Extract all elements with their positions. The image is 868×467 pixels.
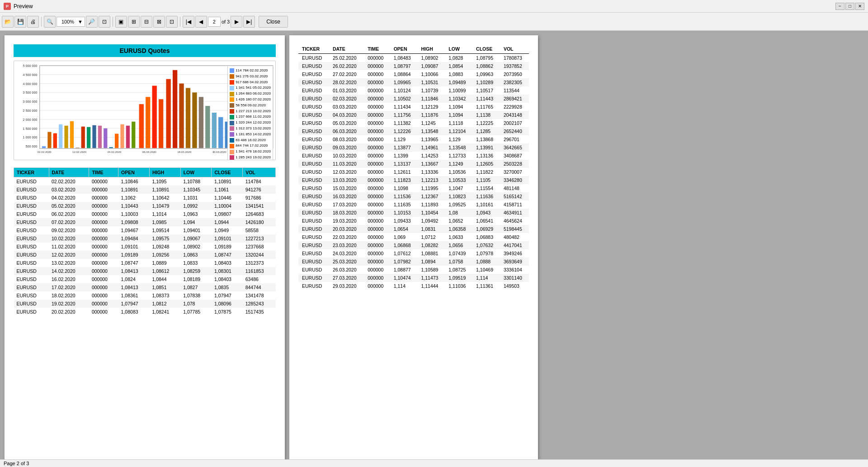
svg-text:5 000 000: 5 000 000 (23, 64, 37, 68)
first-page-button[interactable]: |◀ (183, 16, 194, 28)
svg-rect-37 (92, 125, 96, 148)
table-row: EURUSD05.02.20200000001,104431,104791,09… (14, 202, 276, 210)
legend-label-7: 58 558 09.02.2020 (236, 103, 266, 109)
svg-rect-49 (166, 79, 170, 148)
table-row: EURUSD13.03.20200000001,118231,122131,10… (298, 176, 529, 184)
table-row: EURUSD04.02.20200000001,10621,106421,103… (14, 194, 276, 202)
chart-legend: 114 784 02.02.2020 941 276 03.02.2020 91… (227, 66, 273, 160)
svg-text:30.03.2020: 30.03.2020 (212, 151, 227, 153)
zoom-box[interactable]: ▼ (57, 17, 85, 27)
svg-rect-51 (179, 84, 184, 148)
svg-rect-53 (192, 92, 197, 148)
page-input[interactable] (208, 17, 221, 27)
view-options-button[interactable]: ⊠ (153, 16, 165, 28)
table-row: EURUSD24.03.20200000001,076121,088811,07… (298, 249, 529, 257)
zoom-input[interactable] (59, 19, 77, 24)
left-th-time: TIME (89, 168, 118, 177)
chart-title: EURUSD Quotes (14, 44, 276, 57)
save-button[interactable]: 💾 (14, 16, 26, 28)
table-row: EURUSD28.02.20200000001,099651,105311,09… (298, 78, 529, 86)
table-row: EURUSD27.02.20200000001,088641,100661,08… (298, 70, 529, 78)
svg-text:1 500 000: 1 500 000 (23, 127, 37, 131)
table-row: EURUSD16.03.20200000001,115361,123671,10… (298, 192, 529, 200)
close-preview-button[interactable]: Close (259, 16, 288, 28)
table-row: EURUSD19.02.20200000001,079471,08121,078… (14, 300, 276, 308)
svg-text:24.02.2020: 24.02.2020 (107, 151, 122, 153)
svg-rect-54 (199, 97, 203, 148)
table-row: EURUSD11.03.20200000001,131371,136671,12… (298, 160, 529, 168)
svg-text:2 500 000: 2 500 000 (23, 109, 37, 113)
view-settings-button[interactable]: ⊡ (166, 16, 178, 28)
legend-item-15: 1 341 478 18.02.2020 (230, 149, 271, 155)
table-row: EURUSD20.03.20200000001,06541,08311,0635… (298, 225, 529, 233)
legend-color-5 (230, 92, 234, 96)
left-th-low: LOW (180, 168, 212, 177)
table-row: EURUSD10.02.20200000001,094841,095751,09… (14, 234, 276, 243)
right-th-open: OPEN (390, 44, 418, 54)
legend-color-13 (230, 138, 234, 143)
legend-item-7: 58 558 09.02.2020 (230, 103, 271, 109)
legend-item-16: 1 285 243 19.02.2020 (230, 155, 271, 160)
right-th-low: LOW (445, 44, 472, 54)
svg-rect-34 (75, 148, 79, 148)
legend-label-4: 1 341 541 05.02.2020 (236, 85, 271, 91)
right-th-close: CLOSE (472, 44, 500, 54)
close-window-button[interactable]: ✕ (855, 3, 864, 10)
table-row: EURUSD26.02.20200000001,087971,090871,08… (298, 62, 529, 70)
svg-rect-30 (53, 133, 57, 148)
svg-rect-55 (205, 106, 210, 148)
table-row: EURUSD27.03.20200000001,104741,114731,09… (298, 274, 529, 282)
svg-text:02.02.2020: 02.02.2020 (38, 151, 52, 153)
prev-page-button[interactable]: ◀ (195, 16, 207, 28)
legend-color-16 (230, 155, 234, 160)
zoom-out-button[interactable]: 🔎 (86, 16, 98, 28)
svg-rect-33 (70, 121, 74, 148)
last-page-button[interactable]: ▶| (243, 16, 255, 28)
table-row: EURUSD18.02.20200000001,083611,083731,07… (14, 291, 276, 300)
legend-color-1 (230, 68, 234, 73)
minimize-button[interactable]: − (835, 3, 844, 10)
legend-item-1: 114 784 02.02.2020 (230, 68, 271, 74)
legend-label-15: 1 341 478 18.02.2020 (236, 149, 271, 155)
svg-text:4 500 000: 4 500 000 (23, 73, 37, 77)
legend-color-6 (230, 97, 234, 102)
legend-item-13: 63 486 16.02.2020 (230, 138, 271, 143)
svg-text:12.02.2020: 12.02.2020 (72, 151, 87, 153)
svg-text:3 500 000: 3 500 000 (23, 91, 37, 95)
table-row: EURUSD22.03.20200000001,0691,07121,06331… (298, 233, 529, 241)
left-table-header-row: TICKER DATE TIME OPEN HIGH LOW CLOSE VOL (14, 168, 276, 177)
zoom-dropdown-icon[interactable]: ▼ (78, 19, 83, 24)
svg-text:18.03.2020: 18.03.2020 (177, 151, 192, 153)
legend-item-5: 1 264 683 06.02.2020 (230, 91, 271, 97)
fit-page-button[interactable]: ⊡ (99, 16, 110, 28)
separator-3 (180, 17, 180, 27)
maximize-button[interactable]: □ (845, 3, 854, 10)
page-container: EURUSD Quotes 5 000 00 (0, 31, 868, 467)
table-row: EURUSD09.03.20200000001,138771,149611,13… (298, 143, 529, 152)
legend-color-14 (230, 144, 234, 148)
page-total: of 3 (222, 19, 230, 24)
right-table-header-row: TICKER DATE TIME OPEN HIGH LOW CLOSE VOL (298, 44, 529, 54)
svg-rect-43 (126, 126, 130, 148)
next-page-button[interactable]: ▶ (231, 16, 242, 28)
view-facing-button[interactable]: ⊟ (141, 16, 152, 28)
legend-color-15 (230, 150, 234, 154)
table-row: EURUSD13.02.20200000001,087471,08891,083… (14, 259, 276, 267)
view-continuous-button[interactable]: ⊞ (128, 16, 140, 28)
svg-rect-42 (120, 124, 124, 148)
app-icon: P (4, 3, 11, 10)
legend-color-3 (230, 80, 234, 85)
legend-item-11: 1 312 373 13.02.2020 (230, 126, 271, 132)
legend-label-12: 1 181 853 14.02.2020 (236, 132, 271, 138)
view-single-button[interactable]: ▣ (115, 16, 127, 28)
open-button[interactable]: 📂 (2, 16, 14, 28)
zoom-in-button[interactable]: 🔍 (44, 16, 56, 28)
legend-color-11 (230, 126, 234, 131)
svg-rect-50 (173, 70, 177, 148)
print-button[interactable]: 🖨 (27, 16, 39, 28)
table-row: EURUSD17.02.20200000001,084131,08511,082… (14, 283, 276, 291)
status-text: Page 2 of 3 (4, 461, 29, 466)
right-table-body: EURUSD25.02.20200000001,084831,089021,08… (298, 54, 529, 291)
legend-label-2: 941 276 03.02.2020 (236, 74, 268, 80)
svg-text:3 000 000: 3 000 000 (23, 100, 37, 104)
